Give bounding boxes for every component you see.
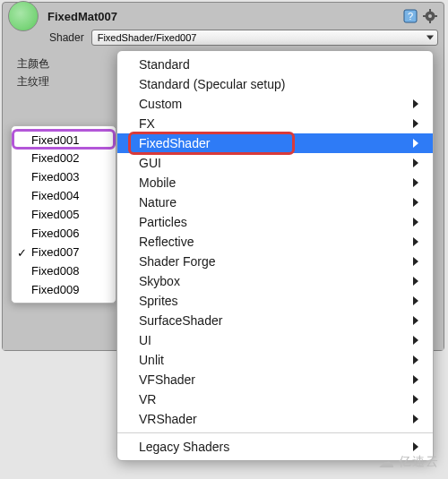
svg-rect-6 [423,15,426,17]
menu-item[interactable]: GUI [117,153,433,173]
submenu-item-label: Fixed005 [31,208,79,221]
shader-submenu: Fixed001Fixed002Fixed003Fixed004Fixed005… [11,125,116,304]
watermark: ☁ 亿速云 [378,452,439,472]
menu-item-label: Standard (Specular setup) [139,74,285,94]
chevron-right-icon [413,158,418,167]
submenu-item[interactable]: Fixed005 [12,205,116,224]
chevron-right-icon [413,296,418,305]
menu-item-label: UI [139,330,151,350]
chevron-right-icon [413,257,418,266]
svg-rect-4 [429,9,431,12]
svg-rect-7 [435,15,437,17]
svg-rect-5 [429,21,431,23]
menu-item-label: Reflective [139,232,194,252]
menu-item[interactable]: UI [117,330,433,350]
chevron-down-icon [426,36,434,40]
cloud-icon: ☁ [378,452,395,472]
header-actions: ? [402,8,438,24]
material-header: FixedMat007 ? [3,3,444,28]
menu-item-label: Legacy Shaders [139,437,229,457]
submenu-item[interactable]: Fixed008 [12,261,116,280]
submenu-item-label: Fixed006 [31,227,79,240]
menu-item[interactable]: Standard [117,55,433,74]
chevron-right-icon [413,277,418,286]
menu-item[interactable]: FixedShader [117,133,433,153]
help-icon[interactable]: ? [402,8,418,24]
menu-item[interactable]: VFShader [117,370,433,389]
submenu-item-label: Fixed007 [31,245,79,259]
chevron-right-icon [413,415,418,423]
menu-item-label: SurfaceShader [139,311,222,330]
check-icon: ✓ [17,244,27,262]
menu-item[interactable]: Particles [117,212,433,232]
svg-point-3 [428,14,432,18]
menu-item-label: VR [139,389,156,409]
menu-item-label: Nature [139,192,177,212]
menu-item-label: Custom [139,94,182,114]
watermark-text: 亿速云 [399,454,439,470]
menu-item-label: VFShader [139,370,195,389]
submenu-item-label: Fixed002 [31,151,79,165]
submenu-item-label: Fixed009 [31,283,79,296]
gear-icon[interactable] [422,8,438,24]
menu-item-label: Particles [139,212,187,232]
chevron-right-icon [413,237,418,246]
chevron-right-icon [413,119,418,128]
menu-item-label: Skybox [139,271,180,291]
menu-item[interactable]: SurfaceShader [117,311,433,330]
submenu-item[interactable]: ✓Fixed007 [12,243,116,261]
material-name: FixedMat007 [47,10,402,23]
submenu-item[interactable]: Fixed006 [12,224,116,243]
submenu-item-label: Fixed004 [31,189,79,202]
chevron-right-icon [413,99,418,108]
menu-item-label: VRShader [139,409,197,429]
menu-item[interactable]: Sprites [117,291,433,311]
menu-item[interactable]: Mobile [117,173,433,192]
material-preview-icon[interactable] [8,1,39,31]
menu-item-label: Shader Forge [139,252,216,271]
submenu-item-label: Fixed003 [31,170,79,184]
menu-item[interactable]: VRShader [117,409,433,429]
menu-item-label: FixedShader [139,133,210,153]
menu-item[interactable]: Nature [117,192,433,212]
submenu-item-label: Fixed001 [31,133,79,147]
menu-item-label: Sprites [139,291,178,311]
menu-item[interactable]: Skybox [117,271,433,291]
menu-item-label: FX [139,114,155,133]
chevron-right-icon [413,218,418,227]
menu-separator [117,432,433,433]
chevron-right-icon [413,336,418,345]
menu-item-label: GUI [139,153,161,173]
menu-item[interactable]: Custom [117,94,433,114]
chevron-right-icon [413,442,418,451]
shader-dropdown[interactable]: FixedShader/Fixed007 [91,30,438,46]
menu-item[interactable]: Standard (Specular setup) [117,74,433,94]
chevron-right-icon [413,395,418,404]
submenu-item[interactable]: Fixed003 [12,167,116,186]
shader-row: Shader FixedShader/Fixed007 [3,28,444,51]
svg-text:?: ? [408,11,413,21]
submenu-item[interactable]: Fixed002 [12,149,116,167]
menu-item[interactable]: Shader Forge [117,252,433,271]
submenu-item[interactable]: Fixed009 [12,280,116,299]
chevron-right-icon [413,355,418,364]
submenu-item[interactable]: Fixed001 [12,129,116,150]
menu-item-label: Mobile [139,173,176,192]
menu-item-label: Standard [139,55,190,74]
menu-item[interactable]: FX [117,114,433,133]
chevron-right-icon [413,178,418,187]
shader-label: Shader [49,31,84,44]
menu-item[interactable]: Reflective [117,232,433,252]
submenu-item-label: Fixed008 [31,264,79,278]
material-title-area: FixedMat007 [47,10,402,23]
chevron-right-icon [413,316,418,325]
shader-value: FixedShader/Fixed007 [98,32,197,43]
menu-item-label: Unlit [139,350,164,370]
chevron-right-icon [413,375,418,384]
chevron-right-icon [413,198,418,207]
menu-item[interactable]: VR [117,389,433,409]
menu-item[interactable]: Unlit [117,350,433,370]
chevron-right-icon [413,139,418,148]
shader-category-menu: StandardStandard (Specular setup)CustomF… [116,50,434,461]
submenu-item[interactable]: Fixed004 [12,186,116,205]
